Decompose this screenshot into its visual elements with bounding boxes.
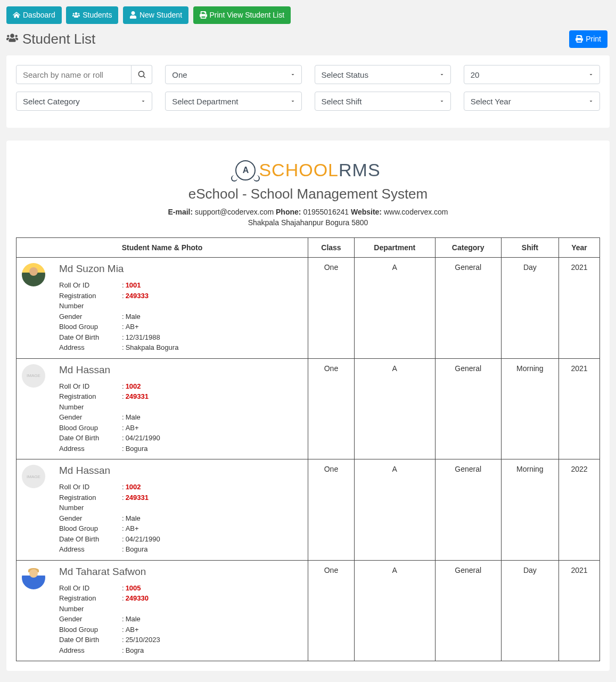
detail-value: Bogura — [126, 544, 148, 555]
cell-class: One — [308, 560, 355, 661]
cell-name: IMAGEMd HassanRoll Or ID: 1002Registrati… — [17, 358, 308, 459]
student-name: Md Hassan — [59, 364, 302, 376]
print-view-button[interactable]: Print View Student List — [193, 6, 291, 24]
colon: : — [122, 583, 124, 594]
print-icon — [576, 34, 583, 45]
logo-text: SCHOOLRMS — [259, 160, 380, 180]
cell-year: 2021 — [558, 258, 599, 359]
dashboard-button[interactable]: Dasboard — [6, 6, 62, 24]
phone-label: Phone: — [276, 208, 301, 216]
detail-label: Roll Or ID — [59, 583, 122, 594]
detail-label: Gender — [59, 311, 122, 322]
new-student-button[interactable]: New Student — [123, 6, 188, 24]
detail-value: Bogura — [126, 443, 148, 454]
colon: : — [122, 412, 124, 423]
school-address: Shakpala Shajahanpur Bogura 5800 — [16, 218, 600, 227]
detail-address: Address: Shakpala Bogura — [59, 342, 302, 353]
email-value: support@codervex.com — [195, 208, 274, 216]
detail-value: Bogra — [126, 645, 144, 656]
cell-category: General — [435, 459, 501, 561]
colon: : — [122, 523, 124, 534]
detail-value: Male — [126, 614, 141, 625]
class-select[interactable]: One — [165, 65, 301, 84]
cell-department: A — [354, 258, 435, 359]
colon: : — [122, 423, 124, 433]
detail-blood: Blood Group: AB+ — [59, 625, 302, 635]
cell-name: Md Taharat SafwonRoll Or ID: 1005Registr… — [17, 560, 308, 661]
cell-year: 2021 — [558, 560, 599, 661]
colon: : — [122, 311, 124, 322]
print-label: Print — [586, 34, 601, 45]
detail-value: 249331 — [126, 492, 149, 513]
status-select[interactable]: Select Status — [315, 65, 451, 84]
dashboard-label: Dasboard — [23, 10, 55, 21]
colon: : — [122, 433, 124, 443]
detail-address: Address: Bogura — [59, 544, 302, 555]
top-toolbar: Dasboard Students New Student Print View… — [6, 6, 610, 24]
search-input[interactable] — [16, 65, 132, 84]
new-student-label: New Student — [139, 10, 182, 21]
colon: : — [122, 291, 124, 311]
detail-label: Registration Number — [59, 593, 122, 614]
avatar — [22, 263, 45, 286]
detail-gender: Gender: Male — [59, 614, 302, 625]
detail-value: 1002 — [126, 482, 141, 492]
logo-text-2: RMS — [339, 160, 381, 180]
table-row: IMAGEMd HassanRoll Or ID: 1002Registrati… — [17, 459, 600, 561]
detail-roll: Roll Or ID: 1005 — [59, 583, 302, 594]
department-select[interactable]: Select Department — [165, 92, 301, 111]
detail-label: Address — [59, 443, 122, 454]
detail-label: Roll Or ID — [59, 280, 122, 291]
detail-value: 12/31/1988 — [126, 332, 160, 343]
school-header: A SCHOOLRMS eSchool - School Management … — [16, 160, 600, 227]
student-name: Md Suzon Mia — [59, 263, 302, 275]
cell-department: A — [354, 358, 435, 459]
detail-value: 1001 — [126, 280, 141, 291]
page-title: Student List — [6, 31, 95, 47]
detail-blood: Blood Group: AB+ — [59, 322, 302, 332]
year-select[interactable]: Select Year — [464, 92, 600, 111]
colon: : — [122, 492, 124, 513]
print-icon — [200, 10, 207, 21]
detail-gender: Gender: Male — [59, 513, 302, 524]
school-name: eSchool - School Management System — [16, 186, 600, 202]
detail-dob: Date Of Birth: 25/10/2023 — [59, 635, 302, 645]
colon: : — [122, 332, 124, 343]
detail-label: Address — [59, 645, 122, 656]
email-label: E-mail: — [168, 208, 193, 216]
colon: : — [122, 513, 124, 524]
cell-year: 2022 — [558, 459, 599, 561]
students-table: Student Name & Photo Class Department Ca… — [16, 237, 600, 661]
detail-value: AB+ — [126, 625, 139, 635]
cell-class: One — [308, 258, 355, 359]
shift-select[interactable]: Select Shift — [315, 92, 451, 111]
cell-department: A — [354, 560, 435, 661]
logo-text-1: SCHOOL — [259, 160, 339, 180]
table-row: IMAGEMd HassanRoll Or ID: 1002Registrati… — [17, 358, 600, 459]
detail-reg: Registration Number: 249331 — [59, 391, 302, 412]
cell-shift: Day — [501, 258, 558, 359]
detail-value: Male — [126, 311, 141, 322]
detail-reg: Registration Number: 249331 — [59, 492, 302, 513]
print-button[interactable]: Print — [569, 30, 607, 48]
school-logo: A SCHOOLRMS — [235, 160, 380, 180]
search-button[interactable] — [132, 65, 152, 84]
detail-label: Roll Or ID — [59, 381, 122, 392]
users-icon — [72, 10, 80, 21]
detail-value: 1005 — [126, 583, 141, 594]
cell-shift: Day — [501, 560, 558, 661]
per-page-select[interactable]: 20 — [464, 65, 600, 84]
avatar: IMAGE — [22, 364, 45, 388]
detail-label: Date Of Birth — [59, 433, 122, 443]
detail-label: Blood Group — [59, 523, 122, 534]
student-name: Md Taharat Safwon — [59, 566, 302, 578]
phone-value: 01955016241 — [303, 208, 349, 216]
students-button[interactable]: Students — [66, 6, 118, 24]
detail-label: Registration Number — [59, 291, 122, 311]
logo-mark-icon: A — [235, 160, 256, 180]
th-class: Class — [308, 238, 355, 258]
detail-value: 04/21/1990 — [126, 433, 160, 443]
category-select[interactable]: Select Category — [16, 92, 152, 111]
website-value: www.codervex.com — [384, 208, 448, 216]
colon: : — [122, 635, 124, 645]
